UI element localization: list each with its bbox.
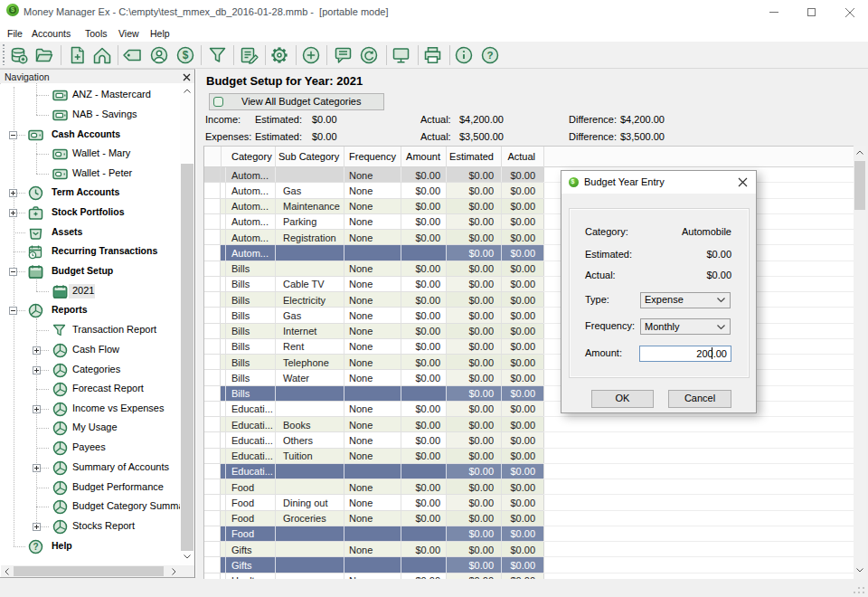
svg-text:$: $: [183, 49, 189, 62]
svg-text:?: ?: [486, 50, 493, 61]
svg-text:?: ?: [33, 542, 38, 552]
